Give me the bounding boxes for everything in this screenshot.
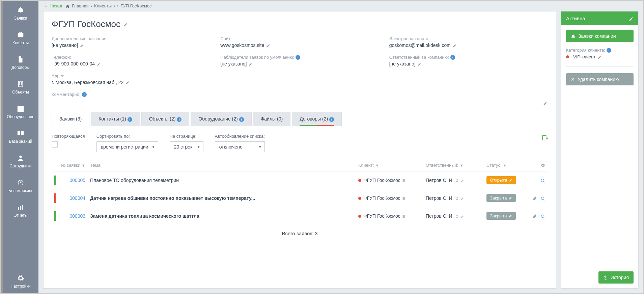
bell-icon [4,5,37,14]
info-icon: i [128,117,132,122]
filter-icon[interactable]: ▼ [459,163,463,167]
filter-sort: Сортировать по: времени регистрации▼ [96,134,158,152]
tab-objects[interactable]: Объекты (2)i [141,112,190,126]
user-small-icon[interactable] [455,196,459,201]
building-icon [4,79,37,88]
book-icon [4,129,37,137]
briefcase-icon [4,30,37,39]
filter-icon[interactable]: ▼ [82,163,85,167]
edit-icon[interactable] [249,61,253,66]
edit-icon[interactable] [460,178,465,183]
request-id[interactable]: 000003 [69,213,85,219]
filter-icon[interactable]: ▼ [503,163,507,167]
back-button[interactable]: ← Назад [44,3,62,8]
sidebar-item-label: Договоры [11,65,30,70]
history-button[interactable]: История [598,271,634,284]
svg-point-17 [456,215,458,216]
info-icon: i [239,117,244,122]
svg-point-14 [541,179,544,182]
edit-icon[interactable] [597,54,601,59]
request-id[interactable]: 000004 [69,195,85,201]
perpage-select[interactable]: 20 строк▼ [170,141,203,152]
attachment-icon[interactable] [532,195,537,201]
tab-files[interactable]: Файлы (0) [253,112,290,126]
edit-status-icon[interactable] [629,16,634,21]
edit-icon[interactable] [460,196,465,201]
auto-select[interactable]: отключено▼ [215,141,265,152]
edit-icon[interactable] [80,43,84,48]
tab-contacts[interactable]: Контакты (1)i [91,112,140,126]
sidebar-item-label: Клиенты [12,41,29,45]
svg-rect-1 [19,82,20,83]
gear-icon[interactable] [540,162,545,167]
edit-icon[interactable] [453,43,457,48]
sidebar-item-staff[interactable]: Сотрудники [3,149,38,173]
caret-down-icon: ▼ [197,145,200,149]
sidebar-item-label: Объекты [12,90,29,95]
recurring-checkbox[interactable] [52,141,58,148]
sidebar-item-settings[interactable]: Настройки [3,269,38,293]
info-icon[interactable]: i [607,48,611,53]
attachment-icon[interactable] [532,213,537,219]
view-icon[interactable] [540,195,545,201]
breadcrumb-home[interactable]: Главная [72,3,88,8]
table-row[interactable]: 000005 Плановое ТО оборудования телеметр… [52,171,548,189]
info-icon[interactable]: i [450,55,455,60]
status-badge[interactable]: Открыта [486,176,516,184]
home-icon [65,3,70,8]
sidebar-item-reports[interactable]: Отчеты [3,198,38,222]
request-id[interactable]: 000005 [69,178,85,183]
edit-comment-icon[interactable] [543,100,548,106]
gauge-icon [4,178,37,187]
requests-table: № заявки▼ Тема: Клиент:▼ Ответственный:▼… [52,159,548,242]
export-icon[interactable] [542,134,548,141]
edit-icon[interactable] [460,214,465,219]
table-row[interactable]: 000004 Датчик нагрева обшивки постоянно … [52,189,548,207]
sidebar-item-objects[interactable]: Объекты [3,75,38,99]
user-small-icon[interactable] [455,178,459,183]
info-icon[interactable]: i [296,55,300,60]
caret-down-icon: ▼ [152,145,155,149]
sidebar-item-requests[interactable]: Заявки [3,1,38,25]
building-small-icon[interactable] [402,214,406,219]
svg-point-8 [19,156,22,158]
edit-title-icon[interactable] [123,21,128,27]
svg-point-18 [541,215,544,217]
status-badge[interactable]: Закрыта [486,194,516,202]
delete-company-button[interactable]: ✕ Удалить компанию [566,73,634,85]
sidebar-item-clients[interactable]: Клиенты [3,25,38,50]
edit-icon[interactable] [266,43,270,48]
building-small-icon[interactable] [402,178,406,183]
svg-point-13 [456,179,458,181]
sidebar-item-label: Оборудование [7,114,34,119]
history-icon [603,275,608,280]
svg-rect-5 [18,106,24,108]
filter-icon[interactable]: ▼ [375,163,379,167]
dot-icon [358,215,361,218]
tab-requests[interactable]: Заявки (3) [52,112,89,126]
back-label: Назад [50,3,62,8]
sidebar-item-benchmark[interactable]: Бенчмаркинг [3,173,38,198]
close-icon: ✕ [571,77,575,82]
user-small-icon[interactable] [455,214,459,219]
sidebar-item-kb[interactable]: База знаний [3,124,38,149]
filter-auto: Автообновление списка: отключено▼ [215,134,265,152]
sidebar-item-equipment[interactable]: Оборудование [3,99,38,124]
table-row[interactable]: 000003 Замена датчика топлива космическо… [52,207,548,225]
view-icon[interactable] [540,213,545,219]
view-icon[interactable] [540,178,545,183]
tab-equipment[interactable]: Оборудование (2)i [191,112,251,126]
info-icon[interactable]: i [82,92,87,97]
breadcrumb-clients[interactable]: Клиенты [94,3,112,8]
dot-icon [358,197,361,200]
sort-select[interactable]: времени регистрации▼ [96,141,158,152]
edit-icon[interactable] [97,61,101,66]
building-small-icon[interactable] [402,196,406,201]
sidebar-item-contracts[interactable]: Договоры [3,50,38,75]
edit-icon[interactable] [418,61,422,66]
status-badge[interactable]: Закрыта [486,212,516,220]
tab-contracts[interactable]: Договоры (2)i [292,112,342,126]
company-requests-button[interactable]: Заявки компании [566,30,634,42]
edit-icon[interactable] [125,80,130,85]
chart-icon [4,203,37,211]
